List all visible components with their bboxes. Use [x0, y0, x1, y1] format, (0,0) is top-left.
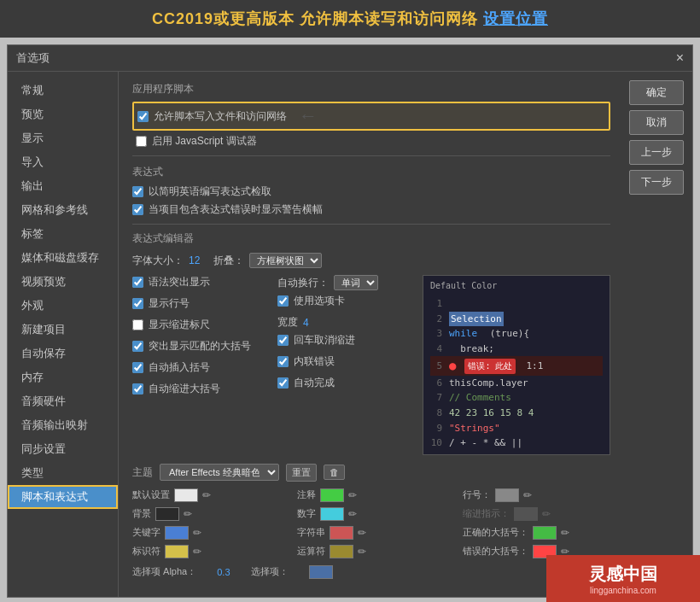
cancel-button[interactable]: 取消: [629, 110, 684, 135]
auto-replace-label: 自动换行：: [277, 276, 329, 290]
allow-scripts-checkbox[interactable]: [137, 111, 149, 122]
theme-delete-btn[interactable]: 🗑: [324, 465, 345, 480]
code-line-7: 7 // Comments: [430, 390, 603, 406]
right-buttons: 确定 取消 上一步 下一步: [624, 72, 692, 597]
sidebar-item-scripts[interactable]: 脚本和表达式: [8, 485, 118, 509]
sidebar-item-media[interactable]: 媒体和磁盘缓存: [8, 246, 118, 270]
default-eyedropper[interactable]: ✏: [202, 489, 211, 501]
show-indent-row: 显示缩进标尺: [132, 318, 269, 332]
highlight-brace-label: 突出显示匹配的大括号: [149, 339, 251, 354]
correct-brace-swatch[interactable]: [533, 526, 557, 540]
operator-color-row: 运算符 ✏: [297, 545, 445, 558]
sidebar-item-appearance[interactable]: 外观: [8, 294, 118, 318]
theme-bar: 主题 After Effects 经典暗色 重置 🗑: [132, 464, 610, 482]
keyword-color-swatch[interactable]: [165, 526, 189, 540]
autocomplete-checkbox[interactable]: [277, 377, 289, 389]
default-color-swatch[interactable]: [174, 488, 198, 502]
show-lines-checkbox[interactable]: [132, 298, 143, 309]
debugger-checkbox[interactable]: [136, 136, 147, 147]
syntax-highlight-checkbox[interactable]: [132, 277, 143, 288]
expressions-label: 表达式: [132, 165, 610, 179]
show-warning-checkbox[interactable]: [132, 204, 143, 215]
sidebar-item-export[interactable]: 输出: [8, 174, 118, 198]
ok-button[interactable]: 确定: [629, 80, 684, 105]
lineno-eyedropper[interactable]: ✏: [523, 489, 532, 501]
auto-replace-select[interactable]: 单词: [334, 275, 378, 290]
width-value: 4: [303, 317, 309, 329]
sidebar-item-autosave[interactable]: 自动保存: [8, 342, 118, 365]
indent-eyedropper: ✏: [542, 508, 551, 520]
sidebar-item-audiomap[interactable]: 音频输出映射: [8, 413, 118, 437]
highlight-brace-checkbox[interactable]: [132, 341, 143, 352]
keyword-color-row: 关键字 ✏: [132, 526, 280, 540]
inline-error-checkbox[interactable]: [277, 356, 289, 367]
code-header: Default Color: [430, 279, 603, 293]
sidebar-item-memory[interactable]: 内存: [8, 365, 118, 389]
bg-eyedropper[interactable]: ✏: [184, 508, 192, 520]
bg-color-label: 背景: [132, 507, 151, 520]
selection-color-swatch[interactable]: [309, 565, 333, 579]
dialog-title: 首选项: [16, 50, 50, 66]
show-lines-label: 显示行号: [149, 296, 190, 311]
sidebar-item-grid[interactable]: 网格和参考线: [8, 198, 118, 222]
number-eyedropper[interactable]: ✏: [348, 508, 357, 520]
font-size-value: 12: [189, 254, 200, 266]
identifier-color-swatch[interactable]: [165, 545, 189, 558]
string-eyedropper[interactable]: ✏: [358, 527, 366, 539]
code-line-1: 1: [430, 296, 603, 312]
auto-indent-checkbox[interactable]: [132, 383, 143, 395]
wrong-brace-label: 错误的大括号：: [463, 545, 528, 558]
banner-text: CC2019或更高版本 允许脚本读写和访问网络: [152, 10, 483, 27]
sidebar-item-audio[interactable]: 音频硬件: [8, 389, 118, 413]
comment-color-row: 注释 ✏: [297, 488, 445, 502]
sidebar-item-display[interactable]: 显示: [8, 126, 118, 150]
error-tooltip: 错误: 此处: [464, 359, 516, 374]
comment-color-swatch[interactable]: [320, 488, 344, 502]
sidebar-item-import[interactable]: 导入: [8, 150, 118, 174]
comment-eyedropper[interactable]: ✏: [348, 489, 357, 501]
enter-deindent-label: 回车取消缩进: [294, 333, 355, 348]
correct-brace-label: 正确的大括号：: [463, 526, 528, 539]
code-preview: Default Color 1 2 Selection 3 while (tru…: [423, 275, 610, 455]
default-color-row: 默认设置 ✏: [132, 488, 280, 502]
bg-color-swatch[interactable]: [155, 507, 179, 521]
auto-insert-checkbox[interactable]: [132, 362, 143, 373]
enter-deindent-checkbox[interactable]: [277, 335, 289, 346]
lineno-color-swatch[interactable]: [495, 488, 519, 502]
sidebar-item-preview[interactable]: 预览: [8, 102, 118, 126]
use-tabs-row: 使用选项卡: [277, 294, 414, 308]
sidebar-item-type[interactable]: 类型: [8, 461, 118, 485]
sidebar-item-labels[interactable]: 标签: [8, 222, 118, 246]
fold-select[interactable]: 方框树状图: [249, 253, 322, 268]
sidebar-item-newproject[interactable]: 新建项目: [8, 318, 118, 342]
prev-button[interactable]: 上一步: [629, 140, 684, 165]
operator-eyedropper[interactable]: ✏: [358, 546, 366, 558]
plain-english-row: 以简明英语编写表达式检取: [132, 184, 610, 199]
alpha-value: 0.3: [217, 567, 230, 577]
plain-english-checkbox[interactable]: [132, 186, 143, 197]
string-color-label: 字符串: [297, 526, 325, 539]
theme-reset-btn[interactable]: 重置: [286, 464, 317, 482]
use-tabs-checkbox[interactable]: [277, 295, 289, 307]
keyword-eyedropper[interactable]: ✏: [193, 527, 201, 539]
string-color-swatch[interactable]: [330, 526, 353, 540]
sidebar-item-general[interactable]: 常规: [8, 79, 118, 102]
auto-indent-row: 自动缩进大括号: [132, 382, 269, 396]
sidebar-item-video[interactable]: 视频预览: [8, 270, 118, 294]
dialog-body: 常规 预览 显示 导入 输出 网格和参考线 标签 媒体和磁盘缓存 视频预览 外观…: [8, 72, 692, 597]
sidebar-item-sync[interactable]: 同步设置: [8, 437, 118, 461]
show-indent-checkbox[interactable]: [132, 319, 143, 330]
selection-label: 选择项：: [251, 565, 289, 578]
identifier-eyedropper[interactable]: ✏: [193, 546, 201, 558]
banner-link[interactable]: 设置位置: [483, 10, 548, 27]
close-button[interactable]: ×: [676, 51, 684, 65]
correct-brace-eyedropper[interactable]: ✏: [561, 527, 569, 539]
number-color-swatch[interactable]: [320, 507, 344, 521]
font-size-group: 字体大小： 12: [132, 254, 200, 268]
theme-label: 主题: [132, 465, 153, 480]
next-button[interactable]: 下一步: [629, 170, 684, 195]
preferences-dialog: 首选项 × 常规 预览 显示 导入 输出 网格和参考线 标签 媒体和磁盘缓存 视…: [7, 44, 693, 598]
auto-insert-label: 自动插入括号: [149, 360, 210, 375]
operator-color-swatch[interactable]: [330, 545, 353, 558]
theme-select[interactable]: After Effects 经典暗色: [160, 464, 279, 481]
